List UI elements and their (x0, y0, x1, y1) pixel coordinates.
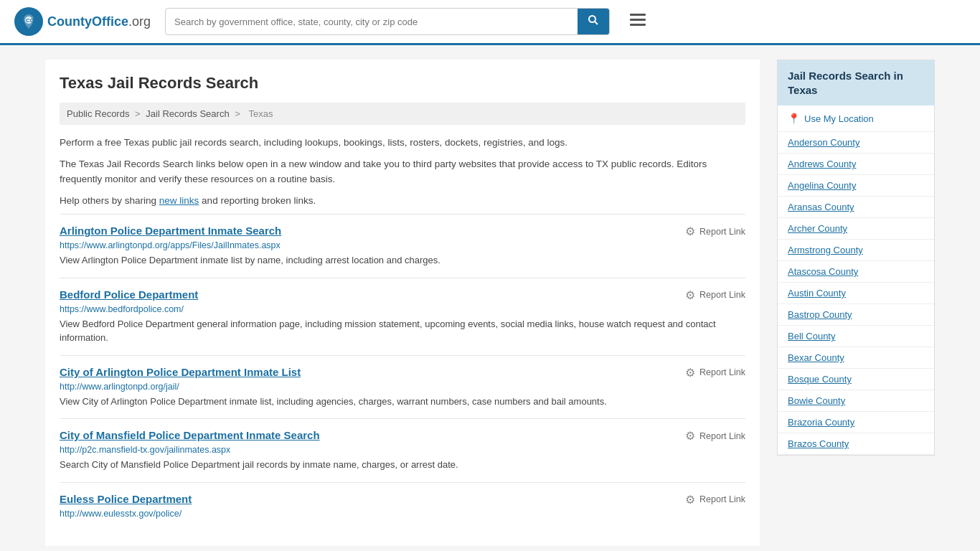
result-title[interactable]: Euless Police Department (60, 493, 192, 505)
sidebar-county-item: Aransas County (778, 197, 934, 218)
menu-button[interactable] (630, 12, 646, 31)
result-url[interactable]: http://p2c.mansfield-tx.gov/jailinmates.… (60, 445, 745, 455)
result-title[interactable]: City of Mansfield Police Department Inma… (60, 429, 320, 441)
county-link[interactable]: Bell County (778, 326, 934, 347)
svg-rect-4 (630, 14, 646, 16)
logo-wordmark: CountyOffice.org (47, 14, 151, 29)
result-header: Euless Police Department ⚙ Report Link (60, 493, 745, 507)
svg-point-2 (589, 16, 595, 22)
search-input[interactable] (166, 11, 578, 33)
sidebar-county-item: Bastrop County (778, 304, 934, 326)
county-link[interactable]: Austin County (778, 283, 934, 303)
county-link[interactable]: Atascosa County (778, 261, 934, 282)
description-3: Help others by sharing new links and rep… (60, 193, 745, 209)
sidebar-county-item: Brazos County (778, 433, 934, 455)
results-list: Arlington Police Department Inmate Searc… (60, 214, 745, 532)
logo-icon: CO (14, 7, 43, 36)
sidebar-county-item: Bowie County (778, 390, 934, 412)
svg-rect-6 (630, 24, 646, 26)
breadcrumb-public-records[interactable]: Public Records (67, 108, 129, 119)
county-link[interactable]: Bowie County (778, 390, 934, 411)
report-link[interactable]: ⚙ Report Link (685, 429, 745, 443)
result-header: City of Arlington Police Department Inma… (60, 366, 745, 380)
location-label: Use My Location (804, 113, 874, 124)
description-2: The Texas Jail Records Search links belo… (60, 156, 745, 187)
breadcrumb-texas: Texas (248, 108, 273, 119)
sidebar-county-item: Andrews County (778, 154, 934, 175)
report-icon: ⚙ (685, 429, 695, 443)
result-url[interactable]: http://www.arlingtonpd.org/jail/ (60, 382, 745, 392)
sidebar-county-item: Atascosa County (778, 261, 934, 283)
svg-text:CO: CO (26, 17, 34, 24)
result-item: Bedford Police Department ⚙ Report Link … (60, 278, 745, 355)
county-link[interactable]: Andrews County (778, 154, 934, 174)
sidebar-county-item: Austin County (778, 283, 934, 304)
county-link[interactable]: Archer County (778, 218, 934, 239)
report-link[interactable]: ⚙ Report Link (685, 225, 745, 238)
county-link[interactable]: Bexar County (778, 347, 934, 368)
sidebar-county-item: Bexar County (778, 347, 934, 369)
result-title[interactable]: City of Arlington Police Department Inma… (60, 366, 301, 378)
report-icon: ⚙ (685, 288, 695, 302)
page-title: Texas Jail Records Search (60, 74, 745, 93)
breadcrumb-jail-records-search[interactable]: Jail Records Search (146, 108, 229, 119)
page-container: Texas Jail Records Search Public Records… (31, 45, 949, 551)
county-link[interactable]: Bosque County (778, 369, 934, 390)
search-bar (165, 8, 610, 35)
sidebar-county-item: Bell County (778, 326, 934, 347)
sidebar-county-item: Armstrong County (778, 240, 934, 261)
result-item: City of Mansfield Police Department Inma… (60, 418, 745, 482)
search-button[interactable] (578, 9, 609, 34)
sidebar-county-item: Bosque County (778, 369, 934, 390)
result-url[interactable]: http://www.eulesstx.gov/police/ (60, 509, 745, 519)
report-icon: ⚙ (685, 225, 695, 238)
result-desc: View Arlington Police Department inmate … (60, 253, 745, 268)
result-item: Arlington Police Department Inmate Searc… (60, 214, 745, 278)
result-url[interactable]: https://www.bedfordpolice.com/ (60, 304, 745, 314)
use-my-location[interactable]: 📍 Use My Location (778, 105, 934, 132)
svg-rect-5 (630, 19, 646, 21)
sidebar-title: Jail Records Search in Texas (778, 60, 934, 105)
result-desc: Search City of Mansfield Police Departme… (60, 458, 745, 472)
county-link[interactable]: Anderson County (778, 132, 934, 153)
result-title[interactable]: Bedford Police Department (60, 288, 198, 301)
sidebar-county-item: Brazoria County (778, 412, 934, 433)
site-header: CO CountyOffice.org (0, 0, 980, 45)
sidebar-box: Jail Records Search in Texas 📍 Use My Lo… (777, 60, 935, 456)
result-header: Bedford Police Department ⚙ Report Link (60, 288, 745, 302)
report-icon: ⚙ (685, 493, 695, 507)
report-link[interactable]: ⚙ Report Link (685, 366, 745, 380)
breadcrumb: Public Records > Jail Records Search > T… (60, 103, 745, 125)
county-list: Anderson CountyAndrews CountyAngelina Co… (778, 132, 934, 455)
main-content: Texas Jail Records Search Public Records… (45, 60, 760, 546)
result-header: City of Mansfield Police Department Inma… (60, 429, 745, 443)
sidebar: Jail Records Search in Texas 📍 Use My Lo… (777, 60, 935, 546)
county-link[interactable]: Bastrop County (778, 304, 934, 325)
svg-line-3 (595, 22, 598, 24)
result-desc: View City of Arlington Police Department… (60, 395, 745, 409)
result-desc: View Bedford Police Department general i… (60, 317, 745, 345)
description-1: Perform a free Texas public jail records… (60, 135, 745, 151)
sidebar-county-item: Anderson County (778, 132, 934, 154)
sidebar-county-item: Angelina County (778, 175, 934, 197)
county-link[interactable]: Aransas County (778, 197, 934, 217)
result-item: City of Arlington Police Department Inma… (60, 355, 745, 419)
county-link[interactable]: Armstrong County (778, 240, 934, 260)
county-link[interactable]: Angelina County (778, 175, 934, 196)
pin-icon: 📍 (788, 113, 800, 124)
result-item: Euless Police Department ⚙ Report Link h… (60, 482, 745, 532)
logo[interactable]: CO CountyOffice.org (14, 7, 151, 36)
result-title[interactable]: Arlington Police Department Inmate Searc… (60, 225, 281, 237)
county-link[interactable]: Brazoria County (778, 412, 934, 433)
report-link[interactable]: ⚙ Report Link (685, 288, 745, 302)
county-link[interactable]: Brazos County (778, 433, 934, 454)
report-link[interactable]: ⚙ Report Link (685, 493, 745, 507)
sidebar-county-item: Archer County (778, 218, 934, 240)
report-icon: ⚙ (685, 366, 695, 380)
result-url[interactable]: https://www.arlingtonpd.org/apps/Files/J… (60, 240, 745, 250)
new-links-link[interactable]: new links (159, 195, 199, 206)
result-header: Arlington Police Department Inmate Searc… (60, 225, 745, 238)
